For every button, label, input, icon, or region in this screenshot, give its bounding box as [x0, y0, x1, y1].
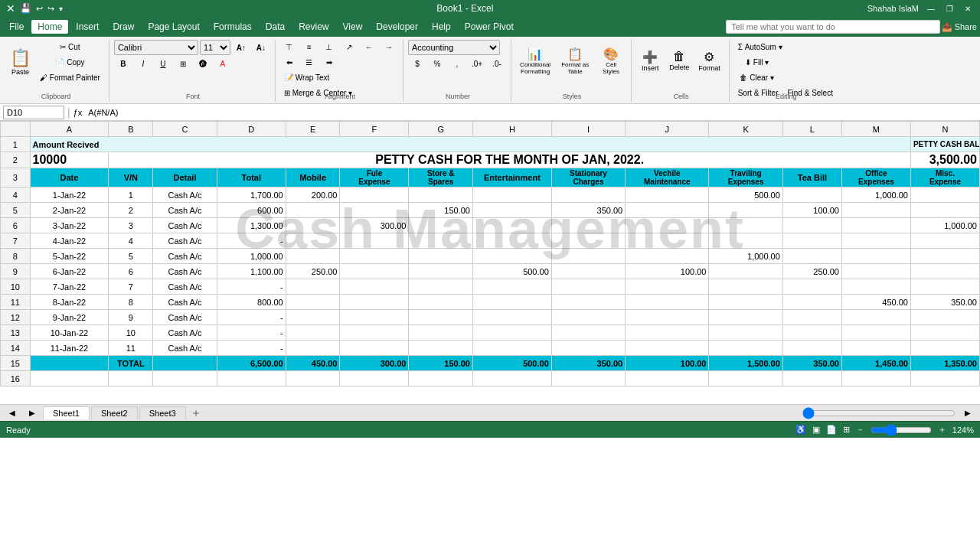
cell-a3[interactable]: Date	[30, 168, 109, 187]
cell-g5[interactable]: 150.00	[409, 203, 473, 218]
decimal-decrease-button[interactable]: .0-	[488, 57, 506, 70]
cell-j13[interactable]	[626, 325, 709, 341]
cell-d9[interactable]: 1,100.00	[217, 264, 286, 279]
cell-n2[interactable]: 3,500.00	[910, 152, 979, 168]
cell-g8[interactable]	[409, 249, 473, 264]
menu-formulas[interactable]: Formulas	[207, 20, 258, 34]
cell-m11[interactable]: 450.00	[841, 295, 910, 310]
cell-d5[interactable]: 600.00	[217, 203, 286, 218]
cell-l6[interactable]	[782, 218, 841, 233]
cell-i13[interactable]	[551, 325, 625, 341]
cell-a9[interactable]: 6-Jan-22	[30, 264, 109, 279]
menu-draw[interactable]: Draw	[106, 20, 140, 34]
clear-button[interactable]: 🗑 Clear ▾	[734, 70, 780, 84]
cell-d14[interactable]: -	[217, 341, 286, 356]
cell-f7[interactable]	[340, 233, 409, 249]
cell-b16[interactable]	[109, 371, 153, 386]
cell-a11[interactable]: 8-Jan-22	[30, 295, 109, 310]
menu-page-layout[interactable]: Page Layout	[142, 20, 205, 34]
cell-f14[interactable]	[340, 341, 409, 356]
cell-f6[interactable]: 300.00	[340, 218, 409, 233]
cell-d15[interactable]: 6,500.00	[217, 356, 286, 371]
cell-l5[interactable]: 100.00	[782, 203, 841, 218]
cell-j7[interactable]	[626, 233, 709, 249]
cell-f3[interactable]: FuleExpense	[340, 168, 409, 187]
cell-b9[interactable]: 6	[109, 264, 153, 279]
col-header-g[interactable]: G	[409, 122, 473, 137]
cell-e6[interactable]	[286, 218, 340, 233]
cell-h16[interactable]	[472, 371, 551, 386]
status-page-layout-icon[interactable]: 📄	[826, 425, 837, 435]
cell-b6[interactable]: 3	[109, 218, 153, 233]
cell-g14[interactable]	[409, 341, 473, 356]
cell-d12[interactable]: -	[217, 310, 286, 325]
decrease-font-button[interactable]: A↓	[252, 41, 270, 54]
col-header-e[interactable]: E	[286, 122, 340, 137]
col-header-b[interactable]: B	[109, 122, 153, 137]
decimal-increase-button[interactable]: .0+	[468, 57, 486, 70]
cell-a8[interactable]: 5-Jan-22	[30, 249, 109, 264]
cell-c9[interactable]: Cash A/c	[153, 264, 217, 279]
menu-developer[interactable]: Developer	[370, 20, 424, 34]
cell-f11[interactable]	[340, 295, 409, 310]
cell-c3[interactable]: Detail	[153, 168, 217, 187]
cell-a6[interactable]: 3-Jan-22	[30, 218, 109, 233]
font-size-select[interactable]: 11	[200, 40, 230, 55]
cell-k9[interactable]	[709, 264, 782, 279]
font-name-select[interactable]: Calibri	[114, 40, 198, 55]
underline-button[interactable]: U	[154, 57, 172, 70]
cell-e8[interactable]	[286, 249, 340, 264]
cell-h10[interactable]	[472, 279, 551, 295]
cell-m16[interactable]	[841, 371, 910, 386]
cell-i14[interactable]	[551, 341, 625, 356]
cell-i4[interactable]	[551, 187, 625, 203]
col-header-n[interactable]: N	[910, 122, 979, 137]
cell-f5[interactable]	[340, 203, 409, 218]
cell-n4[interactable]	[910, 187, 979, 203]
horizontal-scrollbar[interactable]	[802, 407, 956, 419]
cell-j9[interactable]: 100.00	[626, 264, 709, 279]
cell-n15[interactable]: 1,350.00	[910, 356, 979, 371]
conditional-formatting-button[interactable]: 📊 ConditionalFormatting	[516, 40, 554, 81]
cell-d4[interactable]: 1,700.00	[217, 187, 286, 203]
cell-d7[interactable]: -	[217, 233, 286, 249]
cell-n8[interactable]	[910, 249, 979, 264]
col-header-k[interactable]: K	[709, 122, 782, 137]
cell-i6[interactable]	[551, 218, 625, 233]
cell-k13[interactable]	[709, 325, 782, 341]
cell-b4[interactable]: 1	[109, 187, 153, 203]
cell-d2[interactable]: PETTY CASH FOR THE MONTH OF JAN, 2022.	[109, 152, 911, 168]
cell-a12[interactable]: 9-Jan-22	[30, 310, 109, 325]
cell-n13[interactable]	[910, 325, 979, 341]
cell-c10[interactable]: Cash A/c	[153, 279, 217, 295]
cell-n6[interactable]: 1,000.00	[910, 218, 979, 233]
cell-j4[interactable]	[626, 187, 709, 203]
cell-g11[interactable]	[409, 295, 473, 310]
cell-f13[interactable]	[340, 325, 409, 341]
cell-i11[interactable]	[551, 295, 625, 310]
cell-f15[interactable]: 300.00	[340, 356, 409, 371]
menu-review[interactable]: Review	[292, 20, 335, 34]
cell-e11[interactable]	[286, 295, 340, 310]
cell-m14[interactable]	[841, 341, 910, 356]
cell-i5[interactable]: 350.00	[551, 203, 625, 218]
cell-j14[interactable]	[626, 341, 709, 356]
cell-e13[interactable]	[286, 325, 340, 341]
cell-b14[interactable]: 11	[109, 341, 153, 356]
col-header-l[interactable]: L	[782, 122, 841, 137]
indent-increase-button[interactable]: →	[380, 40, 398, 54]
cell-m9[interactable]	[841, 264, 910, 279]
cell-n10[interactable]	[910, 279, 979, 295]
cell-h12[interactable]	[472, 310, 551, 325]
copy-button[interactable]: 📄 Copy	[36, 55, 104, 69]
cell-h8[interactable]	[472, 249, 551, 264]
cell-d6[interactable]: 1,300.00	[217, 218, 286, 233]
cell-g9[interactable]	[409, 264, 473, 279]
cell-k7[interactable]	[709, 233, 782, 249]
col-header-c[interactable]: C	[153, 122, 217, 137]
add-sheet-button[interactable]: ＋	[188, 406, 204, 420]
cell-e9[interactable]: 250.00	[286, 264, 340, 279]
cell-g6[interactable]	[409, 218, 473, 233]
quick-access-save-icon[interactable]: 💾	[20, 3, 31, 14]
cell-n16[interactable]	[910, 371, 979, 386]
